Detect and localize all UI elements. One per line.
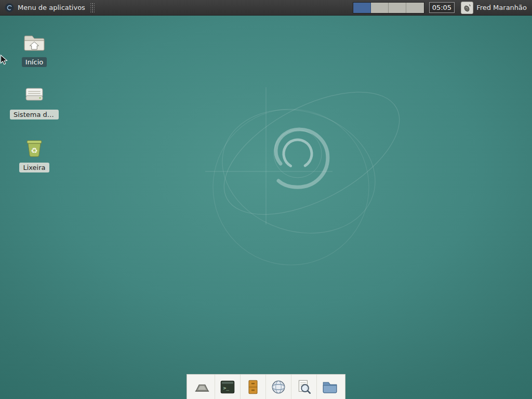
dock-item-terminal[interactable]: >_ — [215, 375, 241, 399]
desktop-icon-home[interactable]: Início — [9, 29, 59, 67]
panel-handle — [90, 3, 95, 12]
desktop-icon-trash[interactable]: ♻ Lixeira — [9, 135, 59, 172]
dock-item-show-desktop[interactable] — [190, 375, 215, 399]
clock[interactable]: 05:05 — [429, 2, 455, 13]
blue-folder-icon — [321, 378, 339, 396]
debian-watermark — [177, 73, 416, 281]
desktop-icon-label: Início — [22, 57, 47, 67]
globe-icon — [270, 378, 287, 396]
debian-swirl-icon — [4, 3, 15, 13]
desktop-icon-label: Sistema de ... — [10, 110, 59, 119]
desktop-icon-filesystem[interactable]: Sistema de ... — [9, 82, 59, 119]
workspace-1[interactable] — [353, 3, 371, 13]
workspace-switcher[interactable] — [353, 2, 424, 14]
dock-item-file-cabinet[interactable] — [241, 375, 266, 399]
dock-item-web-browser[interactable] — [266, 375, 291, 399]
file-cabinet-icon — [244, 378, 262, 396]
home-folder-icon — [22, 29, 47, 54]
desktop-icon-label: Lixeira — [19, 163, 49, 172]
terminal-icon: >_ — [219, 378, 236, 396]
show-desktop-icon — [193, 378, 211, 396]
dock-item-file-manager[interactable] — [317, 375, 342, 399]
username-label: Fred Maranhão — [476, 4, 527, 11]
filesystem-drive-icon — [22, 82, 47, 107]
mouse-cursor — [0, 55, 8, 68]
workspace-4[interactable] — [406, 3, 424, 13]
user-actions-button[interactable]: Fred Maranhão — [461, 0, 532, 15]
desktop-root: { "panel": { "app_menu_label": "Menu de … — [0, 0, 532, 399]
applications-menu-button[interactable]: Menu de aplicativos — [0, 0, 89, 15]
applications-menu-label: Menu de aplicativos — [18, 4, 85, 11]
magnifier-document-icon — [295, 378, 313, 396]
mouse-tray-icon — [461, 2, 473, 14]
workspace-3[interactable] — [389, 3, 406, 13]
dock-item-app-finder[interactable] — [291, 375, 317, 399]
svg-text:>_: >_ — [223, 385, 230, 391]
svg-text:♻: ♻ — [31, 146, 37, 155]
dock: >_ — [187, 374, 345, 399]
workspace-2[interactable] — [371, 3, 389, 13]
top-panel: Menu de aplicativos 05:05 Fred Maranhão — [0, 0, 532, 16]
trash-bin-icon: ♻ — [22, 135, 47, 159]
